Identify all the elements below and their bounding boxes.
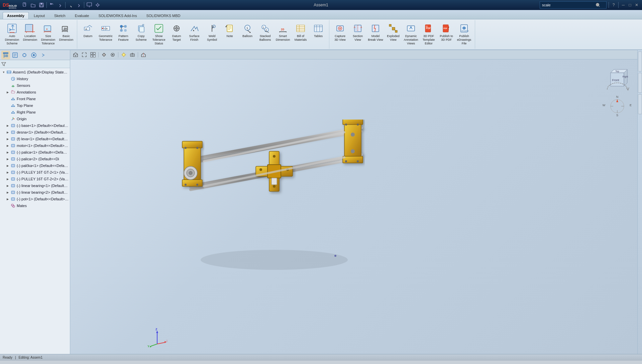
publish-3d-btn[interactable]: PDF Publish to 3D PDF (438, 21, 455, 44)
model-break-btn[interactable]: Model Break View (367, 21, 384, 44)
view-cube[interactable]: Front Top Right N S W E (601, 63, 634, 116)
tree-pot1[interactable]: ▶ (-) pot<1> (Default<<Default>_Disp (0, 196, 70, 202)
save-btn[interactable] (37, 1, 45, 9)
copy-scheme-btn[interactable]: Copy Scheme (132, 21, 150, 44)
tree-linear1[interactable]: ▶ (-) linear bearing<1> (Default<<Def (0, 182, 70, 189)
tree-arrow-origin[interactable] (5, 117, 10, 121)
tab-sketch[interactable]: Sketch (50, 12, 70, 19)
tree-arrow-linear2[interactable]: ▶ (5, 190, 10, 195)
tree-front-plane[interactable]: Front Plane (0, 96, 70, 102)
undo-btn[interactable] (48, 1, 56, 9)
tree-arrow-base1[interactable]: ▶ (5, 123, 10, 128)
tree-arrow-history[interactable] (5, 76, 10, 81)
stacked-balloons-btn[interactable]: 1 2 Stacked Balloons (256, 21, 274, 44)
view-orient-btn[interactable] (72, 51, 80, 58)
camera-btn[interactable] (128, 51, 136, 58)
search-input[interactable] (542, 3, 596, 7)
search-box[interactable] (540, 1, 607, 9)
tree-annotations[interactable]: ▶ Annotations (0, 89, 70, 96)
note-btn[interactable]: Note (221, 21, 238, 44)
tree-arrow-palica1[interactable]: ▶ (5, 150, 10, 155)
new-btn[interactable] (21, 1, 29, 9)
tree-arrow-desna1[interactable]: ▶ (5, 130, 10, 135)
tree-arrow-rp[interactable] (5, 110, 10, 115)
tree-right-plane[interactable]: Right Plane (0, 109, 70, 116)
weld-symbol-btn[interactable]: Weld Symbol (203, 21, 221, 44)
feature-tree-icon[interactable] (1, 51, 10, 59)
surface-finish-btn[interactable]: Surface Finish (186, 21, 203, 44)
tree-arrow-palica2[interactable]: ▶ (5, 157, 10, 161)
datum-target-btn[interactable]: Datum Target (168, 21, 185, 44)
section-view-btn[interactable]: A A Section View (349, 21, 366, 44)
rp-tab-3[interactable] (638, 94, 642, 114)
config-icon[interactable] (20, 51, 29, 59)
close-btn[interactable]: ✕ (634, 2, 639, 8)
display-style-btn[interactable] (100, 51, 108, 58)
open-btn[interactable] (29, 1, 37, 9)
property-icon[interactable] (11, 51, 19, 59)
tree-leva1[interactable]: ▶ (f) leva<1> (Default<<Default>_Disp (0, 136, 70, 142)
select-btn[interactable] (67, 1, 75, 9)
lighting-btn[interactable] (120, 51, 128, 58)
rp-tab-1[interactable] (638, 51, 642, 71)
tables-btn[interactable]: Tables (310, 21, 327, 44)
tree-arrow-leva1[interactable]: ▶ (5, 137, 10, 141)
section-plane-btn[interactable] (139, 51, 147, 58)
show-tolerance-btn[interactable]: Show Tolerance Status (150, 21, 168, 46)
location-dimension-btn[interactable]: Location Dimension (21, 21, 39, 44)
3dpdf-btn[interactable]: PDF 3D 3D PDF Template Editor (420, 21, 437, 46)
auto-dimension-btn[interactable]: Auto Dimension Scheme (3, 21, 21, 46)
tree-arrow-pot1[interactable]: ▶ (5, 197, 10, 201)
tree-palica2[interactable]: ▶ (-) palica<2> (Default<<Di (0, 156, 70, 162)
basic-dimension-btn[interactable]: 20 Basic Dimension (58, 21, 75, 44)
geometric-tolerance-btn[interactable]: 0.1 A Geometric Tolerance (97, 21, 114, 44)
tree-pulley2[interactable]: ▶ (-) PULLEY 16T GT-2<2> (Valor pred (0, 176, 70, 182)
minimize-btn[interactable]: ─ (621, 2, 626, 8)
tab-addins[interactable]: SOLIDWORKS Add-Ins (94, 12, 141, 19)
datum-btn[interactable]: A Datum (79, 21, 97, 44)
tab-evaluate[interactable]: Evaluate (71, 12, 94, 19)
tree-palcka1[interactable]: ▶ (-) palčka<1> (Default<<Default>_D (0, 162, 70, 169)
zoom-fit-btn[interactable] (80, 51, 88, 58)
pattern-feature-btn[interactable]: Pattern Feature (115, 21, 132, 44)
filter-input[interactable] (6, 62, 69, 66)
view-modes-btn[interactable] (89, 51, 97, 58)
tree-arrow-pulley1[interactable]: ▶ (5, 170, 10, 175)
hide-show-btn[interactable] (109, 51, 117, 58)
viewport[interactable]: Z X Y (70, 59, 637, 354)
select-arrow[interactable] (75, 1, 83, 9)
publish-edrawings-btn[interactable]: eDrawings Publish eDrawings File (455, 21, 473, 46)
tree-desna1[interactable]: ▶ desna<1> (Default<<Default>_Disp (0, 129, 70, 136)
undo-arrow[interactable] (56, 1, 64, 9)
tree-arrow-root[interactable]: ▼ (1, 70, 6, 74)
tab-layout[interactable]: Layout (29, 12, 49, 19)
tree-history[interactable]: History (0, 75, 70, 82)
smart-dim-btn[interactable]: 20 Smart Dimension (274, 21, 292, 44)
size-dimension-btn[interactable]: ± Size Dimension Tolerance (39, 21, 57, 46)
tree-arrow-pulley2[interactable]: ▶ (5, 177, 10, 181)
tree-base1[interactable]: ▶ (-) base<1> (Default<<Default>_Dis (0, 122, 70, 129)
tree-arrow-mates[interactable] (5, 203, 10, 208)
rp-tab-2[interactable] (638, 73, 642, 93)
tree-arrow-tp[interactable] (5, 103, 10, 108)
tree-mates[interactable]: Mates (0, 202, 70, 209)
tree-arrow-linear1[interactable]: ▶ (5, 183, 10, 188)
tree-arrow-annotations[interactable]: ▶ (5, 90, 10, 95)
panel-arrow-icon[interactable] (39, 51, 47, 59)
tree-arrow-motor1[interactable]: ▶ (5, 143, 10, 148)
tree-root[interactable]: ▼ Assem1 (Default<Display State-1>) (0, 69, 70, 75)
tree-pulley1[interactable]: ▶ (-) PULLEY 16T GT-2<1> (Valor pred (0, 169, 70, 176)
restore-btn[interactable]: □ (627, 2, 633, 8)
tree-arrow-fp[interactable] (5, 97, 10, 101)
bom-btn[interactable]: Bill of Materials (292, 21, 309, 44)
tree-origin[interactable]: Origin (0, 116, 70, 122)
display-btn[interactable] (85, 1, 93, 9)
balloon-btn[interactable]: 1 Balloon (239, 21, 256, 44)
exploded-view-btn[interactable]: Exploded View (385, 21, 402, 44)
tree-palica1[interactable]: ▶ (-) palica<1> (Default<<Default>_Di (0, 149, 70, 156)
tab-mbd[interactable]: SOLIDWORKS MBD (142, 12, 185, 19)
tree-motor1[interactable]: ▶ motor<1> (Default<<Default>_Disp (0, 142, 70, 149)
tree-sensors[interactable]: Sensors (0, 82, 70, 89)
options-btn[interactable] (94, 1, 102, 9)
tree-linear2[interactable]: ▶ (-) linear bearing<2> (Default<<Def (0, 189, 70, 196)
